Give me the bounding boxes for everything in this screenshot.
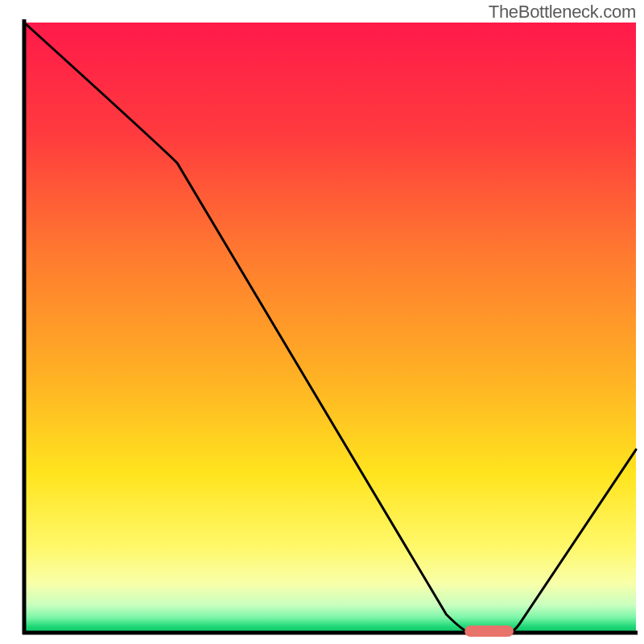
bottleneck-chart — [0, 0, 644, 644]
watermark-text: TheBottleneck.com — [489, 2, 636, 23]
optimal-marker — [464, 625, 514, 637]
gradient-background — [24, 23, 636, 633]
chart-container: TheBottleneck.com — [0, 0, 644, 644]
